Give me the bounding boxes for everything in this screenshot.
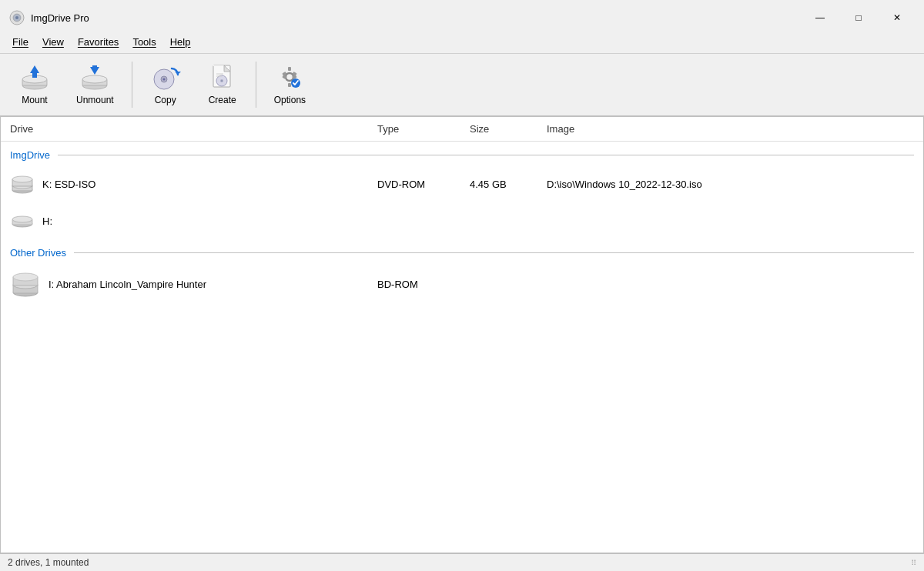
svg-point-25	[286, 73, 293, 81]
section-imgdrive-label: ImgDrive	[10, 149, 50, 161]
drive-image-k: D:\iso\Windows 10_2022-12-30.iso	[547, 179, 914, 190]
status-resize-handle: ⠿	[911, 559, 916, 567]
toolbar-group-options: Options	[261, 58, 319, 111]
toolbar-group-mount: Mount Unmount	[6, 58, 127, 111]
svg-marker-16	[175, 72, 181, 75]
svg-point-22	[221, 80, 223, 82]
col-type: Type	[377, 123, 470, 135]
col-image: Image	[547, 123, 914, 135]
toolbar-separator-1	[132, 62, 132, 108]
unmount-icon	[79, 64, 110, 92]
copy-label: Copy	[155, 95, 176, 105]
drive-icon-i	[10, 271, 41, 297]
status-bar: 2 drives, 1 mounted ⠿	[0, 553, 924, 571]
options-icon	[274, 64, 305, 92]
toolbar-group-copy: Copy Create	[137, 58, 251, 111]
title-bar: ImgDrive Pro — □ ✕	[0, 0, 924, 34]
window-title: ImgDrive Pro	[31, 12, 89, 24]
svg-point-10	[82, 75, 107, 83]
close-button[interactable]: ✕	[879, 6, 915, 29]
drive-type-i: BD-ROM	[377, 279, 470, 290]
toolbar: Mount Unmount	[0, 54, 924, 116]
mount-icon	[19, 64, 50, 92]
section-divider-imgdrive	[58, 155, 914, 155]
section-other-drives: Other Drives	[1, 239, 923, 263]
create-icon	[207, 64, 238, 92]
table-row[interactable]: K: ESD-ISO DVD-ROM 4.45 GB D:\iso\Window…	[1, 165, 923, 202]
unmount-button[interactable]: Unmount	[63, 58, 127, 111]
table-row[interactable]: I: Abraham Lincoln_Vampire Hunter BD-ROM	[1, 263, 923, 305]
drive-cell-i: I: Abraham Lincoln_Vampire Hunter	[10, 271, 377, 297]
status-text: 2 drives, 1 mounted	[8, 557, 89, 568]
svg-marker-12	[90, 67, 99, 75]
svg-point-40	[12, 216, 32, 222]
col-size: Size	[470, 123, 547, 135]
svg-rect-27	[288, 83, 291, 87]
table-header: Drive Type Size Image	[1, 117, 923, 142]
menu-file[interactable]: File	[6, 34, 35, 50]
copy-icon	[150, 64, 181, 92]
menu-help[interactable]: Help	[164, 34, 197, 50]
mount-label: Mount	[22, 95, 47, 105]
drive-cell-k: K: ESD-ISO	[10, 173, 377, 195]
drive-type-k: DVD-ROM	[377, 179, 470, 190]
svg-rect-18	[213, 65, 224, 66]
svg-rect-26	[288, 67, 291, 71]
drive-name-h: H:	[42, 215, 52, 227]
toolbar-separator-2	[256, 62, 256, 108]
app-icon	[9, 10, 25, 25]
col-drive: Drive	[10, 123, 377, 135]
drive-icon-k	[10, 173, 35, 195]
svg-point-45	[13, 273, 38, 281]
unmount-label: Unmount	[76, 95, 114, 105]
table-body: ImgDrive K: ESD-ISO DVD-ROM 4.45 GB D:\i…	[1, 142, 923, 553]
drive-icon-h	[10, 210, 35, 232]
section-divider-other	[74, 252, 914, 253]
create-button[interactable]: Create	[194, 58, 251, 111]
menu-bar: File View Favorites Tools Help	[0, 34, 924, 54]
drive-name-k: K: ESD-ISO	[42, 179, 95, 190]
section-other-label: Other Drives	[10, 247, 66, 259]
svg-marker-6	[30, 65, 39, 73]
minimize-button[interactable]: —	[802, 6, 838, 29]
drive-size-k: 4.45 GB	[470, 179, 547, 190]
drive-cell-h: H:	[10, 210, 377, 232]
title-bar-left: ImgDrive Pro	[9, 10, 89, 25]
create-label: Create	[209, 95, 236, 105]
drive-name-i: I: Abraham Lincoln_Vampire Hunter	[49, 279, 206, 290]
table-row[interactable]: H:	[1, 202, 923, 239]
options-label: Options	[274, 95, 306, 105]
menu-view[interactable]: View	[36, 34, 70, 50]
options-button[interactable]: Options	[261, 58, 319, 111]
main-content: Drive Type Size Image ImgDrive K: ESD-IS…	[0, 116, 924, 553]
maximize-button[interactable]: □	[841, 6, 876, 29]
menu-favorites[interactable]: Favorites	[72, 34, 125, 50]
svg-point-2	[15, 16, 18, 19]
mount-button[interactable]: Mount	[6, 58, 63, 111]
title-bar-controls: — □ ✕	[802, 6, 915, 29]
svg-rect-7	[32, 73, 37, 78]
svg-point-37	[12, 176, 32, 182]
menu-tools[interactable]: Tools	[126, 34, 162, 50]
section-imgdrive: ImgDrive	[1, 142, 923, 165]
svg-point-15	[162, 78, 165, 81]
copy-button[interactable]: Copy	[137, 58, 194, 111]
